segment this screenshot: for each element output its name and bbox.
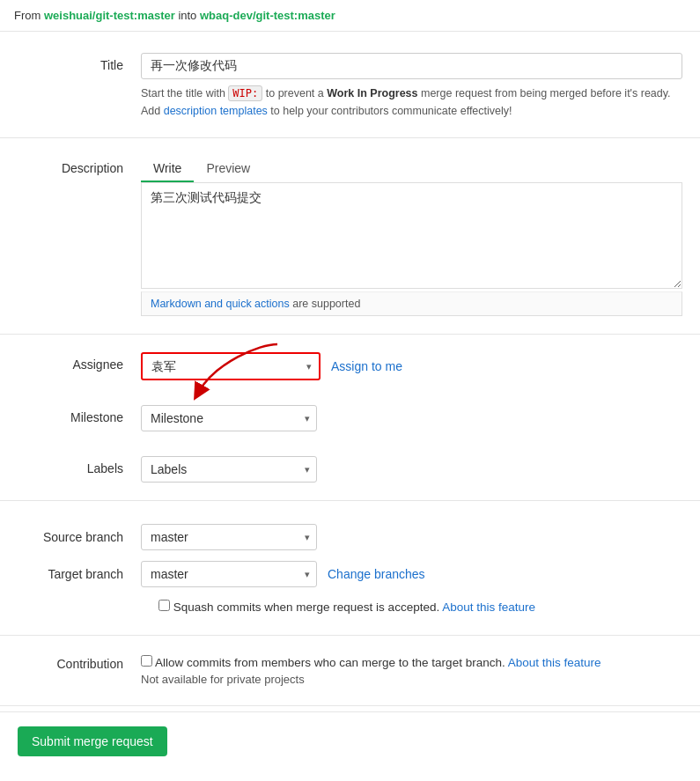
source-branch-content: master ▾	[141, 524, 317, 550]
squash-about-link[interactable]: About this feature	[442, 600, 535, 614]
squash-checkbox[interactable]	[158, 600, 170, 611]
divider-3	[0, 500, 700, 501]
description-label: Description	[18, 156, 141, 175]
assignee-content: 袁军 ▾ Assign to me	[141, 352, 682, 380]
assignee-select-container: 袁军 ▾	[143, 354, 319, 379]
top-bar: From weishuai/git-test:master into wbaq-…	[0, 0, 700, 32]
tab-preview[interactable]: Preview	[194, 156, 262, 182]
source-branch-row: Source branch master ▾	[18, 519, 682, 556]
submit-button[interactable]: Submit merge request	[18, 726, 167, 756]
contribution-checkbox-label[interactable]: Allow commits from members who can merge…	[141, 656, 601, 669]
labels-select-container: Labels ▾	[141, 456, 317, 483]
assignee-label: Assignee	[18, 352, 141, 372]
source-branch-select-container: master ▾	[141, 524, 317, 550]
assignee-select-wrapper: 袁军 ▾	[141, 352, 321, 380]
source-branch-select[interactable]: master	[141, 524, 317, 550]
description-tabs: Write Preview	[141, 156, 682, 183]
branch-section: Source branch master ▾ Target branch mas…	[0, 506, 700, 630]
divider-5	[0, 705, 700, 706]
assignee-select[interactable]: 袁军	[143, 354, 319, 379]
merge-request-form: Title Start the title with WIP: to preve…	[0, 32, 700, 779]
from-repo: weishuai/git-test:master	[44, 9, 175, 22]
description-row: Description Write Preview 第三次测试代码提交 Mark…	[0, 144, 700, 328]
wip-badge: WIP:	[228, 85, 262, 101]
contribution-note: Not available for private projects	[141, 673, 682, 686]
description-footer: Markdown and quick actions are supported	[141, 291, 682, 316]
labels-content: Labels ▾	[141, 456, 682, 483]
from-label: From	[14, 9, 44, 22]
title-row: Title Start the title with WIP: to preve…	[0, 41, 700, 132]
labels-label: Labels	[18, 456, 141, 475]
divider-4	[0, 635, 700, 636]
source-branch-label: Source branch	[18, 530, 141, 544]
contribution-checkbox[interactable]	[141, 655, 152, 667]
target-branch-content: master ▾ Change branches	[141, 561, 425, 587]
assign-to-me-link[interactable]: Assign to me	[331, 359, 402, 373]
milestone-content: Milestone ▾	[141, 405, 682, 431]
assignee-row: Assignee 袁军 ▾ Assign to me	[0, 340, 700, 393]
submit-section: Submit merge request	[0, 711, 700, 770]
contribution-row: Contribution Allow commits from members …	[18, 655, 682, 686]
description-textarea[interactable]: 第三次测试代码提交	[141, 183, 682, 289]
wip-strong: Work In Progress	[327, 87, 417, 99]
divider-2	[0, 334, 700, 335]
labels-row: Labels Labels ▾	[0, 444, 700, 495]
markdown-link[interactable]: Markdown and quick actions	[151, 298, 290, 310]
title-content: Start the title with WIP: to prevent a W…	[141, 53, 682, 120]
milestone-select[interactable]: Milestone	[141, 405, 317, 431]
description-content: Write Preview 第三次测试代码提交 Markdown and qui…	[141, 156, 682, 316]
milestone-row: Milestone Milestone ▾	[0, 393, 700, 444]
labels-select[interactable]: Labels	[141, 456, 317, 483]
contribution-about-link[interactable]: About this feature	[508, 656, 601, 669]
change-branches-link[interactable]: Change branches	[328, 567, 425, 581]
milestone-label: Milestone	[18, 405, 141, 424]
tab-write[interactable]: Write	[141, 156, 194, 182]
contribution-label: Contribution	[18, 655, 141, 671]
title-label: Title	[18, 53, 141, 72]
squash-row: Squash commits when merge request is acc…	[18, 593, 682, 617]
milestone-select-container: Milestone ▾	[141, 405, 317, 431]
into-label: into	[175, 9, 200, 22]
title-hint: Start the title with WIP: to prevent a W…	[141, 85, 682, 120]
divider-1	[0, 137, 700, 138]
squash-label[interactable]: Squash commits when merge request is acc…	[158, 600, 535, 614]
target-branch-select-container: master ▾	[141, 561, 317, 587]
title-input[interactable]	[141, 53, 682, 79]
target-branch-label: Target branch	[18, 567, 141, 581]
target-branch-row: Target branch master ▾ Change branches	[18, 556, 682, 593]
assignee-controls: 袁军 ▾ Assign to me	[141, 352, 682, 380]
contribution-content: Allow commits from members who can merge…	[141, 655, 682, 686]
target-branch-select[interactable]: master	[141, 561, 317, 587]
contribution-section: Contribution Allow commits from members …	[0, 641, 700, 700]
description-templates-link[interactable]: description templates	[164, 105, 268, 117]
into-repo: wbaq-dev/git-test:master	[200, 9, 335, 22]
